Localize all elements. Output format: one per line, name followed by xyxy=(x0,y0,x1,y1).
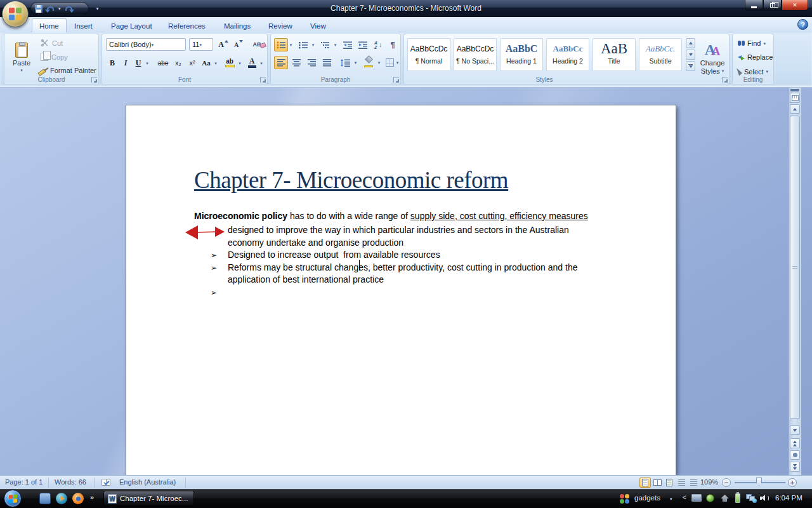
numbering-button[interactable] xyxy=(296,38,310,51)
print-layout-view-button[interactable] xyxy=(639,478,651,488)
clear-formatting-button[interactable]: AB xyxy=(249,38,265,51)
network-icon[interactable] xyxy=(746,494,756,502)
numbering-dropdown-icon[interactable]: ▾ xyxy=(310,38,316,51)
tab-view[interactable]: View xyxy=(303,19,333,32)
split-window-handle[interactable] xyxy=(790,89,799,91)
line-spacing-dropdown-icon[interactable]: ▾ xyxy=(353,56,358,69)
view-ruler-button[interactable] xyxy=(790,93,800,103)
copy-button[interactable]: Copy xyxy=(40,52,69,62)
page-indicator[interactable]: Page: 1 of 1 xyxy=(5,478,43,486)
style-heading1[interactable]: AaBbC Heading 1 xyxy=(500,38,543,71)
superscript-button[interactable]: x² xyxy=(186,56,199,70)
style-normal[interactable]: AaBbCcDc ¶ Normal xyxy=(407,38,450,71)
next-page-button[interactable] xyxy=(790,462,800,472)
borders-button[interactable] xyxy=(384,56,395,69)
tab-page-layout[interactable]: Page Layout xyxy=(104,19,159,32)
align-center-button[interactable] xyxy=(289,56,303,69)
underline-dropdown-icon[interactable]: ▾ xyxy=(144,56,150,70)
subscript-button[interactable]: x₂ xyxy=(172,56,185,70)
find-button[interactable]: Find▾ xyxy=(738,39,766,47)
help-button[interactable]: ? xyxy=(797,19,808,30)
shrink-font-button[interactable]: A xyxy=(232,38,246,51)
vertical-scrollbar-thumb[interactable] xyxy=(790,116,800,419)
volume-icon[interactable] xyxy=(760,495,769,502)
paste-button[interactable]: Paste ▾ xyxy=(8,37,35,77)
bold-button[interactable]: B xyxy=(106,56,119,70)
change-styles-button[interactable]: A A Change Styles▾ xyxy=(697,37,728,79)
select-button[interactable]: Select▾ xyxy=(738,67,768,76)
borders-dropdown-icon[interactable]: ▾ xyxy=(395,56,400,69)
customize-qat-button[interactable]: ▾ xyxy=(93,4,102,14)
minimize-button[interactable] xyxy=(745,0,763,11)
close-button[interactable]: ✕ xyxy=(782,0,808,11)
style-no-spacing[interactable]: AaBbCcDc ¶ No Spaci... xyxy=(454,38,497,71)
font-name-combo[interactable]: Calibri (Body)▾ xyxy=(106,38,186,51)
show-formatting-button[interactable]: ¶ xyxy=(386,38,399,51)
shading-button[interactable] xyxy=(361,56,376,69)
line-spacing-button[interactable] xyxy=(337,56,353,69)
style-subtitle[interactable]: AaBbCc. Subtitle xyxy=(639,38,682,71)
font-dialog-launcher-icon[interactable] xyxy=(260,77,266,83)
style-title[interactable]: AaB Title xyxy=(593,38,636,71)
web-layout-view-button[interactable] xyxy=(664,478,675,488)
start-button[interactable] xyxy=(4,490,22,507)
sort-button[interactable]: AZ ↓ xyxy=(371,38,385,51)
clipboard-dialog-launcher-icon[interactable] xyxy=(91,77,97,83)
cut-button[interactable]: Cut xyxy=(40,38,63,48)
proofing-status-icon[interactable] xyxy=(102,479,110,486)
zoom-level[interactable]: 109% xyxy=(700,478,718,486)
scroll-down-button[interactable] xyxy=(790,425,800,435)
red-arrow-annotation[interactable] xyxy=(185,224,229,242)
zoom-slider-thumb[interactable] xyxy=(756,478,762,486)
undo-dropdown-icon[interactable]: ▾ xyxy=(58,6,61,11)
tray-collapse-button[interactable]: < xyxy=(683,494,686,501)
tab-review[interactable]: Review xyxy=(261,19,299,32)
multilevel-list-button[interactable] xyxy=(318,38,332,51)
grow-font-button[interactable]: A xyxy=(216,38,230,51)
align-right-button[interactable] xyxy=(304,56,318,69)
shading-dropdown-icon[interactable]: ▾ xyxy=(376,56,382,69)
full-screen-reading-view-button[interactable] xyxy=(652,478,663,488)
font-size-combo[interactable]: 11▾ xyxy=(189,38,213,51)
previous-page-button[interactable] xyxy=(790,438,800,448)
zoom-out-button[interactable]: − xyxy=(722,478,731,487)
gadgets-label[interactable]: gadgets xyxy=(634,494,660,502)
redo-icon[interactable] xyxy=(65,6,72,11)
paragraph-dialog-launcher-icon[interactable] xyxy=(393,77,399,83)
styles-scroll-up-button[interactable] xyxy=(686,38,695,48)
gadgets-icon[interactable] xyxy=(620,494,629,504)
tab-insert[interactable]: Insert xyxy=(67,19,100,32)
change-case-dropdown-icon[interactable]: ▾ xyxy=(213,56,219,70)
strikethrough-button[interactable]: abe xyxy=(155,56,171,70)
zoom-in-button[interactable]: + xyxy=(788,478,797,487)
replace-button[interactable]: Replace xyxy=(738,53,773,61)
decrease-indent-button[interactable] xyxy=(341,38,355,51)
tray-display-icon[interactable] xyxy=(691,494,702,502)
tab-mailings[interactable]: Mailings xyxy=(217,19,258,32)
italic-button[interactable]: I xyxy=(120,56,131,70)
media-player-icon[interactable] xyxy=(56,493,67,504)
word-count[interactable]: Words: 66 xyxy=(55,478,86,486)
tab-home[interactable]: Home xyxy=(32,18,67,33)
underline-button[interactable]: U xyxy=(133,56,144,70)
highlight-button[interactable]: ab xyxy=(223,56,237,70)
clock[interactable]: 6:04 PM xyxy=(775,494,802,502)
tab-references[interactable]: References xyxy=(161,19,213,32)
firefox-icon[interactable] xyxy=(72,493,84,504)
style-heading2[interactable]: AaBbCc Heading 2 xyxy=(546,38,589,71)
taskbar-window-button[interactable]: W Chapter 7- Microec... xyxy=(103,491,194,506)
select-browse-object-button[interactable] xyxy=(790,450,800,460)
font-color-button[interactable]: A xyxy=(246,56,258,70)
save-icon[interactable] xyxy=(35,5,43,13)
quick-launch-overflow-button[interactable]: » xyxy=(90,493,94,501)
gadgets-dropdown-icon[interactable]: ▾ xyxy=(670,497,672,502)
highlight-dropdown-icon[interactable]: ▾ xyxy=(237,56,243,70)
undo-icon[interactable] xyxy=(47,6,54,11)
tray-misc-icon[interactable] xyxy=(721,495,729,502)
document-page[interactable]: Chapter 7- Microeconomic reform Microeco… xyxy=(126,105,676,475)
font-color-dropdown-icon[interactable]: ▾ xyxy=(258,56,265,70)
bullets-dropdown-icon[interactable]: ▾ xyxy=(288,38,294,51)
language-indicator[interactable]: English (Australia) xyxy=(119,478,176,486)
styles-dialog-launcher-icon[interactable] xyxy=(722,77,728,83)
outline-view-button[interactable] xyxy=(676,478,687,488)
